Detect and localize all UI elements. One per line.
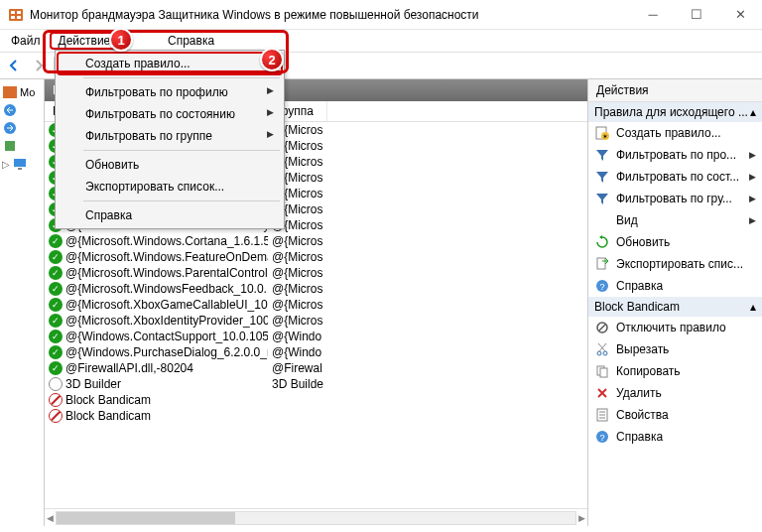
- action-properties[interactable]: Свойства: [588, 404, 762, 426]
- tree-security[interactable]: [2, 137, 42, 155]
- rule-name: @{Microsoft.XboxIdentityProvider_1000...: [65, 314, 268, 328]
- rule-name: @{Windows.ContactSupport_10.0.10586....: [65, 330, 268, 343]
- rule-name: @{Microsoft.WindowsFeedback_10.0.105...: [65, 282, 268, 296]
- action-filter-profile-label: Фильтровать по про...: [616, 148, 736, 162]
- window-title: Монитор брандмауэра Защитника Windows в …: [30, 8, 631, 22]
- cut-icon: [594, 341, 610, 357]
- refresh-icon: [594, 234, 610, 250]
- rule-group: @{Micros: [268, 298, 327, 312]
- action-disable[interactable]: Отключить правило: [588, 317, 762, 338]
- ctx-filter-state-label: Фильтровать по состоянию: [85, 107, 235, 121]
- rule-group: @{Micros: [268, 234, 327, 248]
- rule-group: @{Windo: [268, 345, 327, 359]
- ctx-export[interactable]: Экспортировать список...: [58, 176, 282, 198]
- ctx-filter-state[interactable]: Фильтровать по состоянию▶: [58, 103, 282, 125]
- maximize-button[interactable]: ☐: [675, 0, 718, 29]
- svg-point-18: [597, 351, 601, 355]
- ctx-filter-profile[interactable]: Фильтровать по профилю▶: [58, 81, 282, 103]
- action-filter-group[interactable]: Фильтровать по гру...▶: [588, 188, 762, 209]
- close-button[interactable]: ✕: [718, 0, 762, 29]
- action-copy[interactable]: Копировать: [588, 360, 762, 382]
- tree-pane[interactable]: Мо ▷: [0, 79, 45, 526]
- svg-rect-2: [17, 11, 21, 14]
- scroll-right-icon[interactable]: ▶: [578, 513, 585, 523]
- minimize-button[interactable]: ─: [631, 0, 675, 29]
- ctx-new-rule[interactable]: Создать правило...: [58, 53, 282, 74]
- actions-group-selected[interactable]: Block Bandicam▴: [588, 297, 762, 317]
- rule-row[interactable]: ✓@{Microsoft.WindowsFeedback_10.0.105...…: [45, 281, 587, 297]
- action-help-2-label: Справка: [616, 430, 663, 444]
- tree-outbound[interactable]: [2, 119, 42, 137]
- action-delete[interactable]: Удалить: [588, 382, 762, 404]
- properties-icon: [594, 407, 610, 423]
- filter-icon: [594, 191, 610, 206]
- horizontal-scrollbar[interactable]: ◀ ▶: [45, 508, 587, 526]
- ctx-new-rule-label: Создать правило...: [85, 57, 190, 70]
- rule-name: 3D Builder: [65, 377, 121, 391]
- tree-inbound[interactable]: [2, 101, 42, 119]
- actions-group-selected-label: Block Bandicam: [594, 300, 680, 314]
- submenu-arrow-icon: ▶: [267, 129, 274, 143]
- rule-group: @{Micros: [268, 266, 327, 280]
- ctx-help[interactable]: Справка: [58, 204, 282, 226]
- rule-group: @{Micros: [268, 250, 327, 264]
- action-refresh-label: Обновить: [616, 235, 670, 249]
- ctx-filter-group[interactable]: Фильтровать по группе▶: [58, 125, 282, 147]
- action-filter-profile[interactable]: Фильтровать по про...▶: [588, 144, 762, 166]
- action-help[interactable]: ?Справка: [588, 275, 762, 297]
- disable-icon: [594, 320, 610, 335]
- rule-name: @{Microsoft.Windows.Cortana_1.6.1.52_...: [65, 234, 268, 248]
- rule-row[interactable]: 3D Builder3D Builde: [45, 376, 587, 392]
- action-properties-label: Свойства: [616, 408, 669, 422]
- rule-row[interactable]: ✓@{Microsoft.XboxIdentityProvider_1000..…: [45, 313, 587, 329]
- tree-root[interactable]: Мо: [2, 83, 42, 101]
- rule-status-icon: ✓: [49, 314, 63, 328]
- scroll-left-icon[interactable]: ◀: [47, 513, 54, 523]
- action-copy-label: Копировать: [616, 364, 681, 378]
- scroll-track[interactable]: [56, 511, 576, 525]
- menu-file[interactable]: Файл: [2, 32, 50, 50]
- rule-status-icon: ✓: [49, 234, 63, 248]
- rule-row[interactable]: Block Bandicam: [45, 392, 587, 408]
- nav-forward-icon[interactable]: [30, 57, 48, 74]
- svg-rect-5: [3, 86, 17, 98]
- ctx-filter-profile-label: Фильтровать по профилю: [85, 85, 228, 99]
- action-filter-state[interactable]: Фильтровать по сост...▶: [588, 166, 762, 188]
- action-disable-label: Отключить правило: [616, 321, 726, 334]
- ctx-refresh[interactable]: Обновить: [58, 154, 282, 176]
- scroll-thumb[interactable]: [57, 512, 235, 524]
- rule-status-icon: [49, 409, 63, 423]
- actions-group-outbound[interactable]: Правила для исходящего ...▴: [588, 102, 762, 122]
- actions-pane: Действия Правила для исходящего ...▴ ✶Со…: [588, 79, 762, 526]
- rule-row[interactable]: ✓@{Microsoft.XboxGameCallableUI_1000....…: [45, 297, 587, 313]
- action-view-label: Вид: [616, 213, 638, 227]
- rule-row[interactable]: ✓@{Windows.PurchaseDialog_6.2.0.0_neut..…: [45, 344, 587, 360]
- nav-back-icon[interactable]: [6, 57, 24, 74]
- svg-text:?: ?: [599, 433, 604, 443]
- rule-row[interactable]: ✓@FirewallAPI.dll,-80204@Firewal: [45, 360, 587, 376]
- app-icon: [8, 7, 24, 23]
- ctx-separator: [83, 77, 280, 78]
- firewall-icon: [2, 84, 18, 100]
- action-export[interactable]: Экспортировать спис...: [588, 253, 762, 275]
- action-new-rule[interactable]: ✶Создать правило...: [588, 122, 762, 144]
- svg-text:?: ?: [599, 282, 604, 292]
- tree-monitor[interactable]: ▷: [2, 155, 42, 173]
- rule-row[interactable]: ✓@{Windows.ContactSupport_10.0.10586....…: [45, 329, 587, 344]
- outbound-icon: [2, 120, 18, 136]
- rule-name: @FirewallAPI.dll,-80204: [65, 361, 193, 375]
- menu-help[interactable]: Справка: [159, 32, 223, 50]
- rule-row[interactable]: ✓@{Microsoft.Windows.Cortana_1.6.1.52_..…: [45, 233, 587, 249]
- ctx-separator: [83, 200, 280, 201]
- rule-row[interactable]: ✓@{Microsoft.Windows.ParentalControls_..…: [45, 265, 587, 281]
- action-help-2[interactable]: ?Справка: [588, 426, 762, 448]
- rule-row[interactable]: ✓@{Microsoft.Windows.FeatureOnDeman...@{…: [45, 249, 587, 265]
- rule-group: @{Micros: [268, 314, 327, 328]
- rule-row[interactable]: Block Bandicam: [45, 408, 587, 424]
- action-cut-label: Вырезать: [616, 342, 669, 356]
- action-context-menu: Создать правило... Фильтровать по профил…: [55, 50, 285, 229]
- action-refresh[interactable]: Обновить: [588, 231, 762, 253]
- action-view[interactable]: Вид▶: [588, 209, 762, 231]
- action-cut[interactable]: Вырезать: [588, 338, 762, 360]
- collapse-icon: ▴: [750, 105, 756, 119]
